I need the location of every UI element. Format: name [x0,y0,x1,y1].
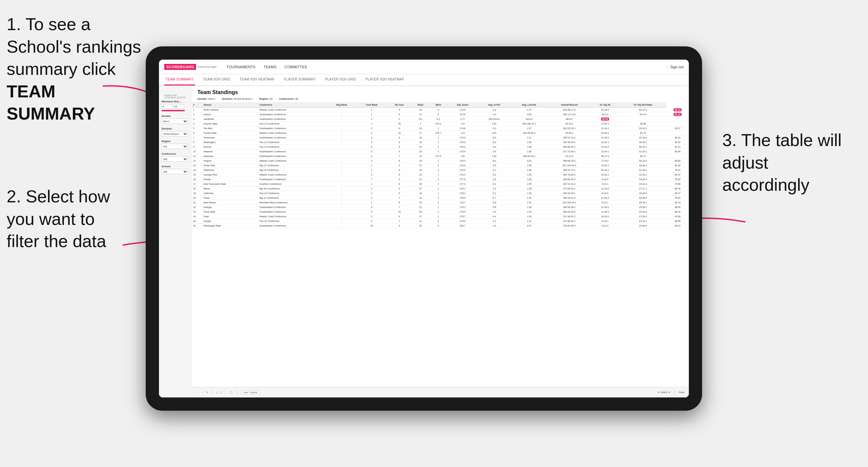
table-cell: 3 [356,126,387,131]
nav-refresh[interactable]: ↻ [206,391,208,394]
table-cell: 11-19-0 [590,135,620,140]
table-cell: 8 [192,140,203,145]
table-cell: 1 [430,173,447,177]
table-cell: Atlantic Coast Conference [259,173,327,177]
filter-region: Region N/A [162,140,189,149]
table-cell: 3.01 [510,159,548,163]
table-cell: 31-29-1 [620,149,666,154]
table-cell: - [327,140,356,145]
divider-1 [212,390,212,395]
table-cell: 7 [387,154,412,159]
view-original-btn[interactable]: View: Original [241,390,260,395]
table-cell: Arizona [203,145,259,149]
filter-gender-select[interactable]: Men's Women's [162,119,188,124]
col-overall[interactable]: Overall Record [548,102,590,107]
table-row: 18IllinoisBig Ten Conference-19271279.1-… [192,186,689,191]
nav-committee[interactable]: COMMITTEE [284,65,307,69]
table-cell: 6 [387,126,412,131]
table-cell: 18 [412,135,430,140]
table-cell: 209 95-6-0 [478,117,510,122]
region-label: Region: All [259,97,272,100]
col-avg-low[interactable]: Avg. Low Rd. [510,102,548,107]
logo[interactable]: SCOREBOARD [164,64,196,70]
col-adj-score[interactable]: Adj. Score [447,102,478,107]
tab-player-h2h-grid[interactable]: PLAYER H2H GRID [324,74,358,86]
table-cell: 8 [387,159,412,163]
table-cell: 2.52 [478,122,510,126]
col-vs-top25[interactable]: Vs Top 25 [590,102,620,107]
table-cell: 279.5 [447,219,478,224]
filter-school-select[interactable]: (All) [162,169,188,174]
table-cell: 89.11 [666,107,689,112]
filter-slider[interactable] [162,110,185,111]
table-cell: 5 [192,126,203,131]
table-cell: 270 60-39-2 [548,224,590,228]
col-rnds[interactable]: Rnds [412,102,430,107]
table-cell: Pac-12 Conference [259,191,327,196]
table-cell: 10 [387,210,412,214]
col-rank[interactable]: # [192,102,203,107]
tab-team-h2h-grid[interactable]: TEAM H2H GRID [202,74,231,86]
table-cell: 80.47 [666,173,689,177]
watch-btn[interactable]: 👁 Watch ▼ [658,391,670,394]
table-cell: 22 [192,205,203,210]
share-btn[interactable]: Share [679,391,685,394]
table-row: 11ArkansasSoutheastern Conference-672427… [192,154,689,159]
nav-forward[interactable]: → [201,391,203,394]
instruction-3-line2: adjust accordingly [722,153,809,195]
col-wins[interactable]: Wins [430,102,447,107]
filter-division-label: Division [162,127,189,130]
table-cell: 39-20-1 [620,140,666,145]
table-cell: 1 [430,186,447,191]
tab-player-summary[interactable]: PLAYER SUMMARY [282,74,317,86]
table-cell: 8 [387,191,412,196]
nav-teams[interactable]: TEAMS [264,65,277,69]
clock-btn[interactable]: ◯ [230,391,232,394]
tab-player-h2h-heatmap[interactable]: PLAYER H2H HEATMAP [364,74,406,86]
table-cell: -0.4 [478,214,510,219]
col-avg-par[interactable]: Avg. to Par [478,102,510,107]
table-cell: 7 [387,205,412,210]
table-cell: 8 [387,224,412,228]
table-cell: 23 [412,107,430,112]
table-cell: Atlantic Coast Conference [259,159,327,163]
table-cell: Atlantic Coast Conference [259,131,327,135]
sign-out-link[interactable]: Sign out [670,65,684,69]
table-cell: 269 92-40-3 [548,210,590,214]
col-conf-rank[interactable]: Conf Rank [356,102,387,107]
table-cell: 1.85 [510,168,548,173]
col-school[interactable]: School [203,102,259,107]
table-cell: 4 [430,107,447,112]
filter-conference-select[interactable]: (All) [162,156,188,162]
nav-back[interactable]: ← [196,391,198,394]
filter-min-input[interactable] [162,104,172,108]
col-no-tour[interactable]: No Tour [387,102,412,107]
table-cell: 63-6-0 [510,117,548,122]
table-cell: 11-29-1 [590,205,620,210]
table-cell: 87.21 [666,112,689,117]
instruction-3: 3. The table will adjust accordingly [722,129,848,196]
table-row: 3VanderbiltSoutheastern Conference-25271… [192,117,689,122]
table-cell: 8 [387,140,412,145]
filter-division-select[interactable]: NCAA Division I [162,131,188,136]
tab-team-summary[interactable]: TEAM SUMMARY [164,74,195,86]
tab-team-h2h-heatmap[interactable]: TEAM H2H HEATMAP [238,74,276,86]
col-conference[interactable]: Conference [259,102,327,107]
table-cell: -2.9 [478,177,510,182]
copy-btn[interactable]: ▯ [216,391,218,394]
col-vs-top50[interactable]: Vs Top 50 Points [620,102,666,107]
table-cell: 27-17-1 [620,186,666,191]
filter-max-input[interactable] [174,104,184,108]
table-cell: Southeastern Conference [259,112,327,117]
table-wrapper[interactable]: # School Conference Reg Rank Conf Rank N… [192,102,689,387]
filter-region-select[interactable]: N/A [162,144,188,149]
paste-btn[interactable]: ▯ [220,391,222,394]
filter-min-rounds-label: Minimum Rou... [162,100,189,103]
table-row: 14OklahomaBig 12 Conference-28242276.9-3… [192,168,689,173]
table-cell: 1.55 [510,182,548,186]
nav-tournaments[interactable]: TOURNAMENTS [226,65,256,69]
table-cell: 29-25-0 [620,191,666,196]
col-reg-rank[interactable]: Reg Rank [327,102,356,107]
tablet: SCOREBOARD Powered by clippd TOURNAMENTS… [146,46,702,411]
table-cell: -4.0 [447,122,478,126]
